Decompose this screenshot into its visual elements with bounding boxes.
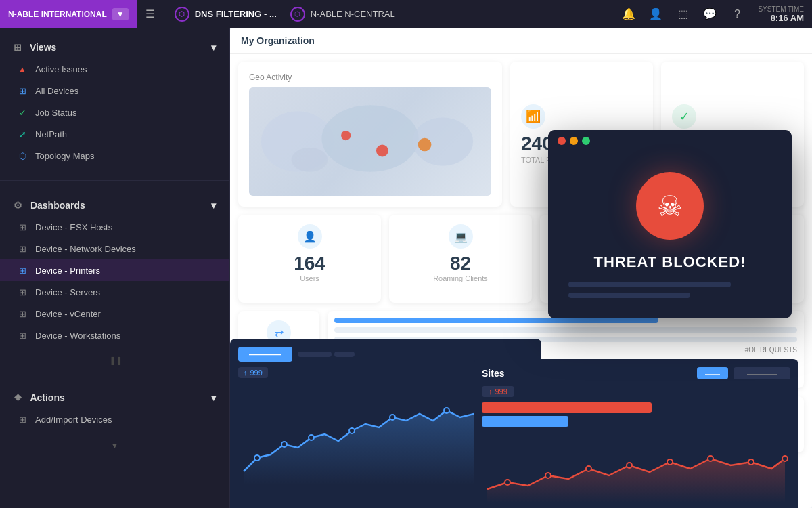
network-icon: ⊞ — [16, 242, 28, 255]
actions-header[interactable]: ❖ Actions ▾ — [0, 387, 229, 408]
org-name: N-ABLE INTERNATIONAL — [8, 9, 107, 19]
sidebar-item-workstations[interactable]: ⊞ Device - Workstations — [0, 324, 229, 346]
content-area: My Organization Geo Activity — [230, 28, 812, 508]
org-selector[interactable]: N-ABLE INTERNATIONAL ▼ — [0, 0, 137, 28]
views-label: Views — [30, 42, 56, 53]
window-maximize-btn[interactable] — [582, 137, 590, 145]
sites-chart-svg — [482, 435, 790, 503]
threat-bar-1 — [568, 282, 731, 287]
threat-bar-2 — [568, 293, 690, 298]
window-close-btn[interactable] — [558, 137, 566, 145]
topology-maps-label: Topology Maps — [35, 151, 94, 161]
threat-title: THREAT BLOCKED! — [594, 253, 746, 271]
svg-point-20 — [708, 456, 713, 461]
sidebar-item-vcenter[interactable]: ⊞ Device - vCenter — [0, 303, 229, 324]
window-minimize-btn[interactable] — [570, 137, 578, 145]
svg-point-3 — [292, 148, 328, 172]
window-titlebar — [548, 130, 792, 152]
sidebar-item-active-issues[interactable]: ▲ Active Issues — [0, 58, 229, 80]
add-devices-icon: ⊞ — [16, 413, 28, 425]
scroll-indicator: ▐ ▐ — [0, 354, 229, 367]
map-background — [249, 87, 491, 196]
divider-1 — [0, 180, 229, 181]
views-header[interactable]: ⊞ Views ▾ — [0, 37, 229, 58]
sites-badge-text: 999 — [495, 387, 508, 396]
geo-title: Geo Activity — [249, 72, 491, 82]
dashboard-org-header: My Organization — [230, 28, 812, 54]
org-header-label: My Organization — [241, 35, 315, 46]
sync-bar-1 — [334, 318, 658, 323]
sites-blue-button[interactable]: —— — [697, 367, 728, 379]
netpath-label: NetPath — [35, 129, 67, 140]
system-time-value: 8:16 AM — [758, 13, 804, 23]
map-container — [249, 87, 491, 196]
system-time-label: SYSTEM TIME — [758, 5, 804, 13]
ncentral-label: N-ABLE N-CENTRAL — [311, 9, 395, 19]
chart-gray-bars — [298, 352, 355, 357]
job-status-label: Job Status — [35, 108, 76, 118]
sites-gray-button[interactable]: ———— — [734, 367, 790, 379]
svg-point-5 — [376, 144, 388, 156]
sites-badge: ↑ 999 — [482, 386, 514, 397]
sidebar-item-job-status[interactable]: ✓ Job Status — [0, 102, 229, 123]
nav-right-actions: 🔔 👤 ⬚ 💬 ? SYSTEM TIME 8:16 AM — [616, 2, 812, 26]
sites-line-chart — [482, 435, 790, 508]
actions-icon: ❖ — [14, 392, 22, 403]
ncentral-nav[interactable]: ⬡ N-ABLE N-CENTRAL — [290, 7, 395, 22]
sidebar-item-add-import-devices[interactable]: ⊞ Add/Import Devices — [0, 408, 229, 430]
views-collapse-icon: ▾ — [211, 42, 216, 53]
dashboards-collapse-icon: ▾ — [211, 200, 216, 211]
sites-blue-accent-bar — [482, 416, 568, 427]
views-section: ⊞ Views ▾ ▲ Active Issues ⊞ All Devices … — [0, 28, 229, 175]
sites-overlay: Sites —— ———— ↑ 999 — [474, 359, 798, 508]
chart-badge: ↑ 999 — [238, 367, 268, 378]
roaming-label: Roaming Clients — [433, 274, 488, 282]
views-icon: ⊞ — [14, 42, 22, 53]
sidebar-item-network-devices[interactable]: ⊞ Device - Network Devices — [0, 238, 229, 259]
workstations-label: Device - Workstations — [35, 331, 120, 341]
sidebar-item-esx-hosts[interactable]: ⊞ Device - ESX Hosts — [0, 216, 229, 238]
dashboards-section: ⚙ Dashboards ▾ ⊞ Device - ESX Hosts ⊞ De… — [0, 186, 229, 354]
collapse-button[interactable]: ☰ — [137, 0, 164, 28]
ncentral-icon: ⬡ — [290, 7, 305, 22]
sidebar-item-servers[interactable]: ⊞ Device - Servers — [0, 281, 229, 303]
threat-symbol: ☠ — [657, 190, 683, 223]
chart-gray-bar-1 — [298, 352, 332, 357]
printers-label: Device - Printers — [35, 266, 100, 276]
threat-blocked-window: ☠ THREAT BLOCKED! — [548, 130, 792, 318]
sidebar-item-all-devices[interactable]: ⊞ All Devices — [0, 80, 229, 102]
vcenter-label: Device - vCenter — [35, 309, 101, 319]
dns-filtering-nav[interactable]: ⬡ DNS FILTERING - ... — [175, 7, 277, 22]
notifications-button[interactable]: 🔔 — [616, 2, 641, 26]
topology-icon: ⬡ — [16, 150, 28, 162]
dashboards-header[interactable]: ⚙ Dashboards ▾ — [0, 194, 229, 216]
dns-label: DNS FILTERING - ... — [195, 9, 277, 19]
nav-center: ⬡ DNS FILTERING - ... ⬡ N-ABLE N-CENTRAL — [164, 7, 617, 22]
network-devices-label: Device - Network Devices — [35, 244, 136, 254]
user-button[interactable]: 👤 — [644, 2, 668, 26]
logout-button[interactable]: ⬚ — [671, 2, 695, 26]
all-devices-label: All Devices — [35, 86, 78, 96]
users-label: Users — [300, 274, 319, 282]
all-devices-icon: ⊞ — [16, 85, 28, 97]
geo-activity-card: Geo Activity — [238, 62, 502, 207]
chat-button[interactable]: 💬 — [698, 2, 722, 26]
users-card: 👤 164 Users — [238, 215, 381, 303]
chart-blue-button[interactable]: ———— — [238, 347, 292, 362]
org-chevron: ▼ — [112, 8, 129, 20]
chart-gray-bar-2 — [334, 352, 355, 357]
servers-label: Device - Servers — [35, 287, 100, 297]
sidebar-item-printers[interactable]: ⊞ Device - Printers — [0, 259, 229, 281]
threat-info-bars — [562, 282, 778, 298]
svg-point-19 — [667, 459, 673, 465]
users-icon: 👤 — [298, 224, 322, 249]
svg-point-12 — [444, 408, 449, 413]
job-status-icon: ✓ — [16, 106, 28, 119]
top-navigation: N-ABLE INTERNATIONAL ▼ ☰ ⬡ DNS FILTERING… — [0, 0, 812, 28]
help-button[interactable]: ? — [725, 2, 749, 26]
sidebar-item-netpath[interactable]: ⤢ NetPath — [0, 123, 229, 145]
esx-label: Device - ESX Hosts — [35, 222, 112, 232]
actions-section: ❖ Actions ▾ ⊞ Add/Import Devices — [0, 379, 229, 438]
svg-point-17 — [586, 466, 591, 471]
sidebar-item-topology-maps[interactable]: ⬡ Topology Maps — [0, 145, 229, 167]
